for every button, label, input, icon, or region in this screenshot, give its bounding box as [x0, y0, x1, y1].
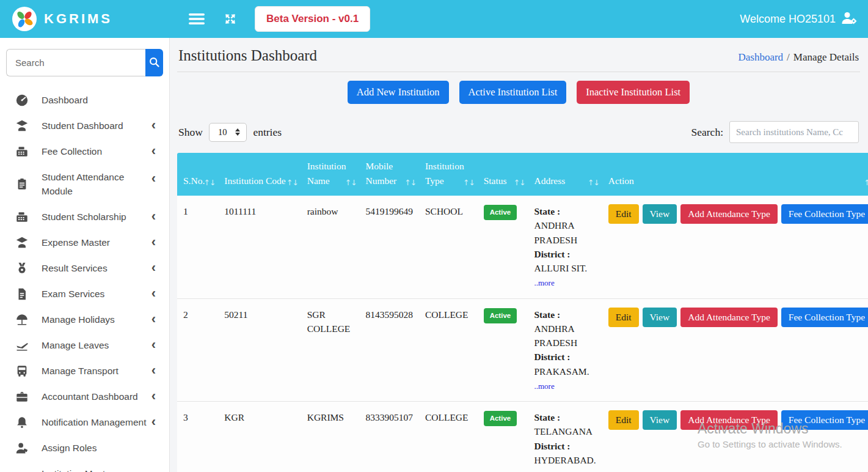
sidebar-item-label: Manage Transport: [42, 364, 148, 378]
sidebar-search-button[interactable]: [145, 49, 163, 76]
cell-institution-name: KGRIMS: [301, 402, 360, 472]
sidebar-item-manage-holidays[interactable]: Manage Holidays: [0, 307, 169, 333]
chevron-left-icon: [151, 171, 156, 186]
speedometer-icon: [15, 93, 29, 108]
sidebar-item-manage-transport[interactable]: Manage Transport: [0, 358, 169, 384]
show-label: Show: [178, 126, 203, 139]
breadcrumb-current: Manage Details: [793, 51, 859, 63]
sidebar-item-label: Institution Master Dashboard: [42, 466, 148, 472]
view-button[interactable]: View: [643, 308, 677, 327]
cell-institution-code: KGR: [218, 402, 301, 472]
sidebar-item-label: Result Services: [42, 261, 148, 275]
table-search-input[interactable]: [729, 121, 859, 143]
sidebar-item-student-dashboard[interactable]: Student Dashboard: [0, 113, 169, 139]
people-circle-logo: [12, 7, 37, 31]
column-header-status[interactable]: Status: [478, 153, 528, 196]
column-header-institution-name[interactable]: Institution Name: [301, 153, 360, 196]
sort-icon[interactable]: [203, 177, 215, 188]
user-gear-icon[interactable]: [841, 10, 857, 28]
cell-type: SCHOOL: [419, 196, 478, 298]
main-content: Institutions Dashboard Dashboard/Manage …: [169, 38, 868, 472]
sort-icon[interactable]: [286, 177, 298, 188]
breadcrumb: Dashboard/Manage Details: [738, 51, 859, 64]
beta-version-badge[interactable]: Beta Version - v0.1: [255, 6, 370, 32]
chevron-left-icon: [151, 117, 156, 133]
view-button[interactable]: View: [643, 410, 677, 430]
edit-button[interactable]: Edit: [608, 204, 639, 224]
column-header-sno[interactable]: S.No.: [177, 153, 218, 196]
sidebar-item-fee-collection[interactable]: Fee Collection: [0, 139, 169, 164]
sidebar-item-dashboard[interactable]: Dashboard: [0, 87, 169, 113]
sidebar-item-student-scholarship[interactable]: Student Scholarship: [0, 204, 169, 230]
chevron-left-icon: [151, 413, 156, 429]
column-header-mobile-number[interactable]: Mobile Number: [359, 153, 419, 196]
cell-mobile: 8143595028: [359, 298, 419, 402]
clipboard-icon: [15, 177, 29, 191]
search-icon: [148, 56, 161, 70]
sidebar-menu: Dashboard Student Dashboard Fee Collecti…: [0, 85, 169, 472]
sidebar-item-result-services[interactable]: Result Services: [0, 256, 169, 281]
cell-type: COLLEGE: [419, 402, 478, 472]
cell-type: COLLEGE: [419, 298, 478, 402]
sidebar-item-notification-management[interactable]: Notification Management: [0, 410, 169, 435]
column-header-institution-code[interactable]: Institution Code: [218, 153, 301, 196]
cell-sno: 1: [177, 196, 218, 298]
sidebar-item-assign-roles[interactable]: Assign Roles: [0, 435, 169, 461]
sort-icon[interactable]: [404, 177, 416, 188]
address-more-link[interactable]: ..more: [534, 278, 555, 287]
sidebar-item-expense-master[interactable]: Expense Master: [0, 230, 169, 256]
top-header: KGRIMS Beta Version - v0.1 Welcome HO251…: [0, 0, 868, 38]
breadcrumb-dashboard-link[interactable]: Dashboard: [738, 51, 783, 63]
hamburger-icon[interactable]: [189, 13, 205, 25]
column-header-address[interactable]: Address: [528, 153, 602, 196]
view-button[interactable]: View: [643, 204, 677, 224]
sidebar-item-label: Accountant Dashboard: [42, 389, 148, 404]
expand-arrows-icon[interactable]: [223, 12, 238, 26]
table-row: 3 KGR KGRIMS 8333905107 COLLEGE Active S…: [177, 402, 868, 472]
cell-institution-code: 50211: [218, 298, 301, 402]
sidebar-search-input[interactable]: [6, 49, 145, 76]
page-size-value: 10: [218, 127, 227, 138]
fee-collection-type-button[interactable]: Fee Collection Type: [781, 308, 868, 327]
sidebar-item-label: Manage Leaves: [42, 338, 148, 352]
sidebar-item-student-attendance-module[interactable]: Student Attendance Module: [0, 164, 169, 204]
sort-icon[interactable]: [463, 177, 475, 188]
column-header-institution-type[interactable]: Institution Type: [419, 153, 478, 196]
sidebar-item-label: Student Dashboard: [42, 119, 148, 133]
column-header-action[interactable]: Action: [602, 153, 868, 196]
sidebar-item-accountant-dashboard[interactable]: Accountant Dashboard: [0, 384, 169, 410]
sidebar-item-label: Student Attendance Module: [42, 170, 148, 199]
welcome-user[interactable]: Welcome HO25101: [740, 10, 868, 28]
sort-icon[interactable]: [864, 177, 868, 188]
sidebar-item-label: Exam Services: [42, 287, 148, 301]
sidebar-item-institution-master-dashboard[interactable]: Institution Master Dashboard: [0, 461, 169, 472]
active-institution-list-button[interactable]: Active Institution List: [459, 81, 567, 104]
sort-icon[interactable]: [588, 177, 599, 188]
sort-icon[interactable]: [345, 177, 356, 188]
sidebar-item-exam-services[interactable]: Exam Services: [0, 281, 169, 307]
edit-button[interactable]: Edit: [608, 308, 639, 327]
sidebar-item-manage-leaves[interactable]: Manage Leaves: [0, 333, 169, 358]
fee-collection-type-button[interactable]: Fee Collection Type: [781, 204, 868, 224]
add-attendance-type-button[interactable]: Add Attendance Type: [680, 308, 778, 327]
page-size-select[interactable]: 10: [209, 123, 247, 142]
breadcrumb-separator: /: [783, 51, 793, 63]
status-badge: Active: [484, 205, 517, 220]
sort-icon[interactable]: [514, 177, 525, 188]
chevron-left-icon: [151, 285, 156, 301]
add-attendance-type-button[interactable]: Add Attendance Type: [680, 410, 778, 430]
fee-collection-type-button[interactable]: Fee Collection Type: [781, 410, 868, 430]
cell-sno: 2: [177, 298, 218, 402]
graduate-icon: [15, 235, 29, 250]
add-attendance-type-button[interactable]: Add Attendance Type: [680, 204, 778, 224]
chevron-left-icon: [151, 336, 156, 352]
edit-button[interactable]: Edit: [608, 410, 639, 430]
cell-mobile: 8333905107: [359, 402, 419, 472]
brand[interactable]: KGRIMS: [0, 7, 169, 31]
add-new-institution-button[interactable]: Add New Institution: [348, 81, 449, 104]
inactive-institution-list-button[interactable]: Inactive Institution List: [577, 81, 690, 104]
page-title: Institutions Dashboard: [178, 47, 317, 64]
address-more-link[interactable]: ..more: [534, 382, 555, 391]
graduate-icon: [15, 119, 29, 133]
institution-action-bar: Add New Institution Active Institution L…: [177, 81, 860, 104]
